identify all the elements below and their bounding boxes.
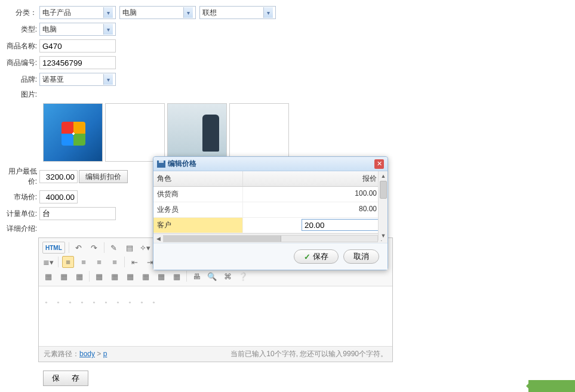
- horizontal-scrollbar[interactable]: ◀ ▶: [153, 233, 388, 243]
- type-value: 电脑: [42, 24, 57, 35]
- scroll-thumb[interactable]: [380, 181, 387, 199]
- grid-row[interactable]: 业务员 80.00: [153, 202, 388, 218]
- price-grid: 角色 报价 供货商 100.00 业务员 80.00 客户 ▲ ▼ ◀: [153, 171, 388, 243]
- split-cells-icon[interactable]: ▦: [109, 270, 121, 282]
- code-icon[interactable]: ⌘: [222, 270, 233, 282]
- scroll-up-icon[interactable]: ▲: [379, 171, 388, 181]
- row-below-icon[interactable]: ▦: [171, 270, 183, 282]
- chevron-down-icon: ▾: [103, 24, 113, 35]
- user-low-input[interactable]: [39, 170, 78, 183]
- image-label: 图片:: [0, 89, 39, 100]
- row-above-icon[interactable]: ▦: [155, 270, 167, 282]
- search-icon[interactable]: 🔍: [206, 270, 218, 282]
- page-icon[interactable]: ▤: [124, 242, 136, 254]
- align-right-icon[interactable]: ≡: [93, 256, 105, 268]
- dialog-save-button[interactable]: ✓保存: [294, 249, 339, 264]
- name-input[interactable]: [39, 39, 116, 53]
- align-left-icon[interactable]: ≡: [62, 256, 74, 268]
- eraser-icon[interactable]: ✎: [108, 242, 120, 254]
- category2-select[interactable]: 电脑▾: [119, 6, 196, 19]
- undo-icon[interactable]: ↶: [73, 242, 85, 254]
- col-price-header[interactable]: 报价: [243, 171, 388, 186]
- dialog-title: 编辑价格: [168, 159, 196, 169]
- market-input[interactable]: [39, 190, 78, 203]
- category1-value: 电子产品: [42, 8, 71, 18]
- dialog-save-label: 保存: [313, 251, 328, 262]
- table-icon[interactable]: ▦: [42, 270, 54, 282]
- scroll-left-icon[interactable]: ◀: [153, 236, 163, 242]
- cell-role: 供货商: [153, 187, 243, 202]
- char-counter: 当前已输入10个字符, 您还可以输入9990个字符。: [230, 349, 388, 359]
- grid-row[interactable]: 供货商 100.00: [153, 187, 388, 202]
- col-role-header[interactable]: 角色: [153, 171, 243, 186]
- help-icon[interactable]: ❔: [237, 270, 249, 282]
- category1-select[interactable]: 电子产品▾: [39, 6, 116, 19]
- brand-select[interactable]: 诺基亚▾: [39, 73, 116, 86]
- edit-discount-button[interactable]: 编辑折扣价: [79, 170, 128, 183]
- save-disk-icon: [157, 160, 165, 168]
- brand-value: 诺基亚: [42, 75, 64, 85]
- category3-value: 联想: [202, 8, 217, 18]
- product-image-2[interactable]: [105, 103, 165, 162]
- brand-label: 品牌:: [0, 75, 39, 85]
- wand-icon[interactable]: ✧▾: [139, 242, 151, 254]
- print-icon[interactable]: 🖶: [190, 270, 202, 282]
- edit-price-dialog: 编辑价格 ✕ 角色 报价 供货商 100.00 业务员 80.00 客户 ▲: [153, 156, 388, 270]
- col-right-icon[interactable]: ▦: [140, 270, 152, 282]
- cell-role: 业务员: [153, 202, 243, 217]
- save-button[interactable]: 保 存: [43, 371, 88, 386]
- html-source-button[interactable]: HTML: [42, 242, 65, 254]
- price-edit-input[interactable]: [302, 219, 385, 231]
- path-body-link[interactable]: body: [79, 350, 95, 358]
- chevron-down-icon: ▾: [103, 7, 113, 18]
- merge-cells-icon[interactable]: ▦: [93, 270, 105, 282]
- market-label: 市场价:: [0, 192, 39, 202]
- redo-icon[interactable]: ↷: [88, 242, 100, 254]
- chevron-down-icon: ▾: [183, 7, 193, 18]
- vertical-scrollbar[interactable]: ▲ ▼: [378, 171, 388, 240]
- check-icon: ✓: [304, 252, 310, 261]
- cell-price: 80.00: [243, 202, 388, 217]
- type-select[interactable]: 电脑▾: [39, 23, 116, 36]
- cell-price: 100.00: [243, 187, 388, 202]
- path-p-link[interactable]: p: [103, 350, 107, 358]
- editor-content[interactable]: 。。。。。。。。。。: [39, 286, 392, 346]
- hscroll-thumb[interactable]: [164, 236, 281, 242]
- unit-label: 计量单位:: [0, 209, 39, 219]
- category-label: 分类：: [0, 8, 39, 18]
- chevron-down-icon: ▾: [263, 7, 273, 18]
- type-label: 类型:: [0, 24, 39, 35]
- col-left-icon[interactable]: ▦: [124, 270, 136, 282]
- align-justify-icon[interactable]: ≡: [109, 256, 121, 268]
- dialog-cancel-button[interactable]: 取消: [343, 249, 379, 264]
- detail-label: 详细介绍:: [0, 224, 39, 234]
- element-path: 元素路径：body > p: [44, 349, 107, 359]
- cell-role: 客户: [153, 218, 243, 233]
- bottom-widget[interactable]: [528, 380, 575, 392]
- grid-row-editing[interactable]: 客户: [153, 218, 388, 233]
- bullet-list-icon[interactable]: ≣▾: [42, 256, 54, 268]
- product-image-3[interactable]: [167, 103, 227, 162]
- product-image-1[interactable]: [43, 103, 103, 162]
- category3-select[interactable]: 联想▾: [199, 6, 276, 19]
- insert-row-icon[interactable]: ▦: [58, 270, 70, 282]
- scroll-down-icon[interactable]: ▼: [379, 231, 388, 240]
- close-icon[interactable]: ✕: [374, 159, 384, 169]
- category2-value: 电脑: [122, 8, 137, 18]
- user-low-label: 用户最低价:: [0, 166, 39, 187]
- align-center-icon[interactable]: ≡: [78, 256, 90, 268]
- chevron-down-icon: ▾: [103, 74, 113, 85]
- code-label: 商品编号:: [0, 58, 39, 68]
- product-image-4[interactable]: [229, 103, 289, 162]
- unit-input[interactable]: [39, 207, 116, 220]
- code-input[interactable]: [39, 56, 116, 69]
- outdent-icon[interactable]: ⇤: [128, 256, 140, 268]
- name-label: 商品名称:: [0, 41, 39, 51]
- delete-row-icon[interactable]: ▦: [73, 270, 85, 282]
